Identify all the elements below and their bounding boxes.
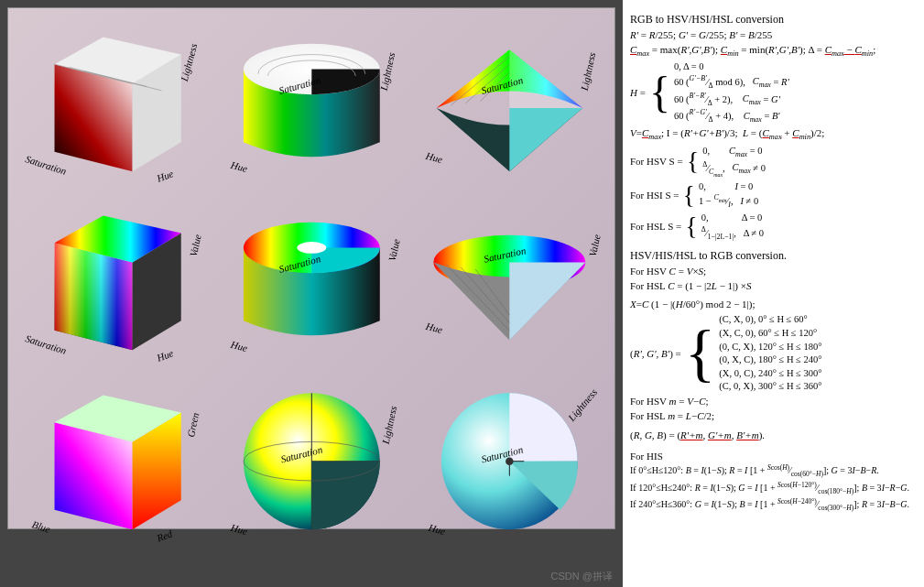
cell-hsv-cylinder: Hue Saturation Value [214,194,409,369]
formula-normalize: R' = R/255; G' = G/255; B' = B/255 [630,28,917,42]
cone-icon [412,194,607,369]
cell-hsl-cone: Hue Saturation Lightness [412,16,607,190]
sphere-icon [214,374,409,549]
formula-cmax: Cmax = max(R',G',B'); Cmin = min(R',G',B… [630,43,917,59]
h-case-1: 60 (G'−B'⁄Δ mod 6), Cmax = R' [674,74,789,91]
svg-point-9 [297,242,326,254]
s-hsl-0: 0, Δ = 0 [701,212,764,224]
formula-c-hsv: For HSV C = V×S; [630,265,917,278]
formula-rgb-prime-cases: (R', G', B') = { (C, X, 0), 0° ≤ H ≤ 60°… [630,313,917,393]
rgbp-1: (X, C, 0), 60° ≤ H ≤ 120° [719,327,821,340]
cell-hsv-cube: Saturation Hue Value [16,194,211,369]
formula-m-hsv: For HSV m = V−C; [630,395,917,408]
cell-hsl-cube: Saturation Hue Lightness [16,16,211,190]
rgbp-5: (C, 0, X), 300° ≤ H ≤ 360° [719,380,821,393]
h-case-3: 60 (R'−G'⁄Δ + 4), Cmax = B' [674,108,789,125]
formula-c-hsl: For HSL C = (1 − |2L − 1|) ×S [630,279,917,293]
s-hsv-0: 0, Cmax = 0 [702,145,766,159]
formula-m-hsl: For HSL m = L−C/2; [630,409,917,423]
s-hsv-1: Δ⁄Cmax, Cmax ≠ 0 [702,160,766,179]
cell-hsl-sphere-cut: Hue Saturation Lightness [412,374,607,549]
his-line-0: If 0°≤H≤120°: B = I(1−S); R = I [1 + Sco… [630,463,917,479]
rgbp-0: (C, X, 0), 0° ≤ H ≤ 60° [719,313,821,326]
his-line-1: If 120°≤H≤240°: R = I(1−S); G = I [1 + S… [630,481,917,496]
heading-his: For HIS [630,450,917,463]
s-hsl-1: Δ⁄1−|2L−1|, Δ ≠ 0 [701,225,764,242]
cone-icon [412,16,607,190]
h-case-2: 60 (B'−R'⁄Δ + 2), Cmax = G' [674,92,789,108]
rgbp-3: (0, X, C), 180° ≤ H ≤ 240° [719,353,821,366]
s-hsi-0: 0, I = 0 [699,180,758,193]
color-model-grid: Saturation Hue Lightness Hue [7,7,615,529]
heading-rgb-to-hsv: RGB to HSV/HSI/HSL conversion [630,13,917,27]
formula-rgb-final: (R, G, B) = (R'+m, G'+m, B'+m). [630,429,917,442]
cell-rgb-cube: Blue Red Green [16,374,211,549]
h-case-0: 0, Δ = 0 [674,60,789,73]
formula-hue-cases: H = { 0, Δ = 0 60 (G'−B'⁄Δ mod 6), Cmax … [630,60,917,125]
formula-vil: V=Cmax; I = (R'+G'+B')/3; L = (Cmax + Cm… [630,126,917,142]
heading-hsv-to-rgb: HSV/HIS/HSL to RGB conversion. [630,249,917,263]
cell-hsl-cylinder: Hue Saturation Lightness [214,16,409,190]
formula-s-hsi: For HSI S = { 0, I = 0 1 − Cmin⁄I, I ≠ 0 [630,180,917,210]
formula-panel: RGB to HSV/HSI/HSL conversion R' = R/255… [623,0,924,587]
rgbp-4: (X, 0, C), 240° ≤ H ≤ 300° [719,367,821,380]
his-line-2: If 240°≤H≤360°: G = I(1−S); B = I [1 + S… [630,497,917,513]
cell-hsl-sphere: Hue Saturation Lightness [214,374,409,549]
formula-x: X=C (1 − |(H/60°) mod 2 − 1|); [630,298,917,311]
rgbp-2: (0, C, X), 120° ≤ H ≤ 180° [719,341,821,353]
cell-hsv-cone: Hue Saturation Value [412,194,607,369]
formula-s-hsl: For HSL S = { 0, Δ = 0 Δ⁄1−|2L−1|, Δ ≠ 0 [630,212,917,241]
s-hsi-1: 1 − Cmin⁄I, I ≠ 0 [699,193,758,210]
formula-s-hsv: For HSV S = { 0, Cmax = 0 Δ⁄Cmax, Cmax ≠… [630,145,917,179]
diagram-panel: Saturation Hue Lightness Hue [0,0,623,587]
watermark: CSDN @拼译 [551,570,613,583]
